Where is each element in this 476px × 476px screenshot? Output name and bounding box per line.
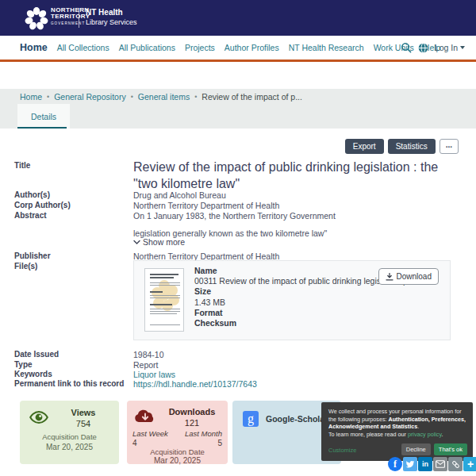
linkedin-share-icon[interactable]: in (418, 457, 432, 471)
app-header: NORTHERN TERRITORY GOVERNMENT NT Health … (0, 0, 476, 36)
breadcrumb-general-repository[interactable]: General Repository (54, 92, 125, 102)
downloads-last-month-label: Last Month (185, 429, 222, 438)
permalink-value[interactable]: https://hdl.handle.net/10137/7643 (133, 379, 257, 389)
tab-active-underline (17, 127, 67, 129)
share-toolbar: f in + (388, 457, 476, 471)
breadcrumb-separator: • (131, 93, 133, 101)
main-nav: Home All Collections All Publications Pr… (0, 36, 476, 62)
caret-down-icon (460, 46, 465, 49)
google-scholar-icon: g (243, 411, 259, 427)
breadcrumb: Home • General Repository • General item… (20, 92, 302, 102)
cookie-customize-link[interactable]: Customize (328, 447, 356, 454)
abstract-label: Abstract (14, 211, 47, 220)
nav-item-all-publications[interactable]: All Publications (119, 43, 175, 52)
nav-item-projects[interactable]: Projects (185, 43, 215, 52)
search-icon[interactable] (401, 42, 412, 53)
type-label: Type (14, 360, 33, 369)
publisher-label: Publisher (14, 251, 51, 260)
files-label: File(s) (14, 262, 37, 271)
breadcrumb-home[interactable]: Home (20, 92, 42, 102)
site-title: NT Health Library Services (86, 8, 137, 26)
twitter-share-icon[interactable] (403, 457, 417, 471)
views-count: 754 (56, 419, 111, 428)
date-issued-label: Date Issued (14, 350, 59, 359)
downloads-stat-card: Downloads 121 Last Week Last Month 4 5 A… (127, 401, 228, 464)
file-format-label: Format (194, 308, 415, 318)
nt-government-logo-icon (23, 6, 50, 31)
privacy-policy-link[interactable]: privacy policy (408, 431, 442, 438)
facebook-share-icon[interactable]: f (388, 457, 402, 471)
views-acquisition-label: Acquisition Date (20, 432, 119, 441)
keywords-label: Keywords (14, 370, 52, 378)
nt-government-logo-text: NORTHERN TERRITORY GOVERNMENT (51, 7, 90, 27)
more-options-button[interactable]: ... (440, 139, 459, 154)
record-title: Review of the impact of public drinking … (133, 159, 440, 192)
downloads-count: 121 (162, 418, 222, 428)
views-stat-card: Views 754 Acquisition Date Mar 20, 2025 (20, 401, 119, 464)
file-size-value: 1.43 MB (194, 298, 415, 308)
cookie-consent-banner: We collect and process your personal inf… (321, 402, 473, 461)
tab-details[interactable]: Details (17, 104, 70, 129)
nav-item-author-profiles[interactable]: Author Profiles (225, 43, 279, 52)
permalink-label: Permanent link to this record (14, 379, 124, 388)
nav-item-nt-health-research[interactable]: NT Health Research (289, 43, 364, 52)
downloads-acquisition-label: Acquisition Date (127, 447, 228, 456)
email-share-icon[interactable] (433, 457, 447, 471)
eye-icon (29, 410, 48, 424)
breadcrumb-band: Home • General Repository • General item… (0, 89, 476, 129)
views-label: Views (56, 408, 111, 417)
export-button[interactable]: Export (345, 139, 384, 154)
cookie-accept-button[interactable]: That's ok (434, 443, 467, 455)
cookie-decline-button[interactable]: Decline (401, 443, 431, 455)
nav-item-home[interactable]: Home (20, 42, 48, 53)
downloads-last-week-label: Last Week (132, 429, 168, 438)
nav-item-all-collections[interactable]: All Collections (57, 43, 109, 52)
login-button[interactable]: Log In (435, 43, 465, 52)
authors-value: Drug and Alcohol Bureau (133, 190, 226, 200)
views-acquisition-date: Mar 20, 2025 (20, 443, 119, 451)
date-issued-value: 1984-10 (133, 350, 164, 359)
corp-authors-label: Corp Author(s) (14, 201, 71, 209)
breadcrumb-general-items[interactable]: General items (138, 92, 190, 102)
show-more-toggle[interactable]: Show more (133, 237, 185, 247)
breadcrumb-current: Review of the impact of p... (202, 92, 302, 102)
file-checksum-label: Checksum (194, 318, 415, 328)
downloads-last-week-value: 4 (132, 439, 137, 447)
downloads-last-month-value: 5 (217, 439, 222, 447)
google-scholar-label: Google-Scholar (266, 414, 328, 424)
page: NORTHERN TERRITORY GOVERNMENT NT Health … (0, 0, 476, 476)
keyword-link[interactable]: Liquor laws (133, 370, 175, 379)
file-size-label: Size (194, 286, 415, 297)
download-icon (386, 273, 393, 281)
chevron-down-icon (133, 240, 140, 245)
statistics-button[interactable]: Statistics (388, 139, 436, 154)
authors-label: Author(s) (14, 190, 50, 199)
downloads-acquisition-date: Mar 20, 2025 (127, 456, 228, 465)
globe-icon[interactable] (418, 43, 428, 53)
more-share-options-icon[interactable]: + (463, 457, 476, 471)
header-divider (79, 8, 79, 28)
file-card: Name 00311 Review of the impact of publi… (133, 260, 451, 340)
type-value: Report (133, 360, 159, 370)
title-label: Title (14, 161, 30, 170)
file-thumbnail[interactable] (144, 268, 184, 332)
download-button[interactable]: Download (378, 268, 439, 285)
corp-authors-value: Northern Territory Department of Health (133, 201, 279, 210)
abstract-line1: On 1 January 1983, the Northern Territor… (133, 211, 336, 221)
downloads-label: Downloads (162, 407, 222, 416)
breadcrumb-separator: • (194, 93, 197, 101)
cookie-text: We collect and process your personal inf… (328, 408, 466, 438)
copy-link-share-icon[interactable] (448, 457, 463, 471)
breadcrumb-separator: • (47, 93, 49, 101)
record-actions: Export Statistics ... (345, 139, 459, 154)
cloud-download-icon (133, 409, 157, 426)
